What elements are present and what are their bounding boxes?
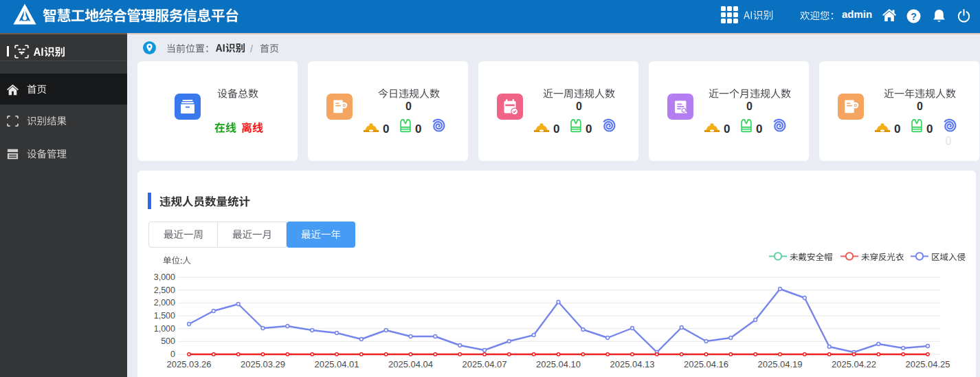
svg-text:2025.03.29: 2025.03.29 xyxy=(241,359,285,369)
svg-text:2025.03.26: 2025.03.26 xyxy=(166,359,211,369)
svg-text:1,000: 1,000 xyxy=(154,324,175,334)
svg-text:2025.04.10: 2025.04.10 xyxy=(536,359,581,369)
svg-text:2025.04.25: 2025.04.25 xyxy=(905,359,950,369)
svg-text:0: 0 xyxy=(170,349,175,359)
svg-text:2025.04.19: 2025.04.19 xyxy=(757,359,802,369)
svg-text:2,000: 2,000 xyxy=(154,298,175,308)
svg-text:2,500: 2,500 xyxy=(154,286,175,295)
svg-text:2025.04.07: 2025.04.07 xyxy=(462,359,506,369)
svg-text:2025.04.01: 2025.04.01 xyxy=(314,359,359,369)
svg-text:3,000: 3,000 xyxy=(154,272,175,282)
svg-text:500: 500 xyxy=(161,336,175,346)
svg-text:2025.04.13: 2025.04.13 xyxy=(610,359,654,369)
svg-text:?: ? xyxy=(911,11,917,22)
svg-text:2025.04.16: 2025.04.16 xyxy=(684,359,728,369)
svg-text:1,500: 1,500 xyxy=(154,311,175,321)
svg-text:2025.04.22: 2025.04.22 xyxy=(832,359,876,369)
svg-text:2025.04.04: 2025.04.04 xyxy=(388,359,433,369)
